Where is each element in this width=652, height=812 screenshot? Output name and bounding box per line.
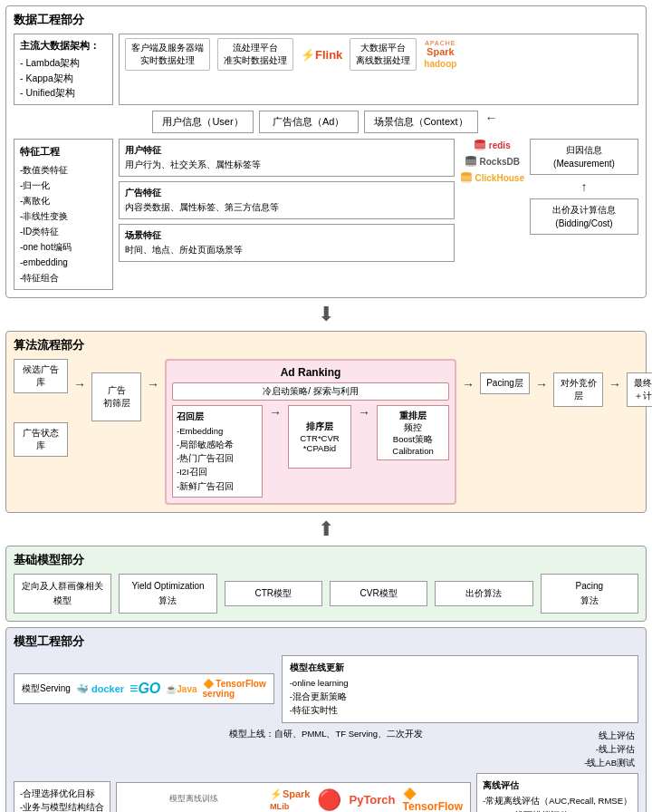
- arrow-rank-rerank: →: [358, 405, 370, 420]
- cold-start-bar: 冷启动策略/ 探索与利用: [172, 382, 449, 401]
- rocksdb-icon: RocksDB: [465, 155, 520, 168]
- model-box-pacing: Pacing算法: [541, 574, 638, 614]
- feature-eng-title: 特征工程: [20, 143, 107, 160]
- ranking-inner: 召回层 -Embedding -局部敏感哈希 -热门广告召回 -I2I召回 -新…: [172, 405, 449, 498]
- model-eng-mid: 模型上线：自研、PMML、TF Serving、二次开发 线上评估 -线上评估 …: [14, 729, 638, 770]
- recall-item-1: -Embedding: [177, 424, 258, 438]
- feature-engineering-box: 特征工程 -数值类特征 -归一化 -离散化 -非线性变换 -ID类特征 -one…: [14, 139, 113, 290]
- feat-item-1: -数值类特征: [20, 162, 107, 178]
- model-box-cvr: CVR模型: [330, 581, 427, 606]
- offline-train-label: 模型离线训练: [124, 793, 263, 805]
- model-eng-bottom: -合理选择优化目标 -业务与模型结构结合 模型离线训练 ⚡SparkMLib 🔴…: [14, 773, 638, 812]
- feat-item-7: -embedding: [20, 255, 107, 270]
- main-container: 数据工程部分 主流大数据架构： - Lambda架构 - Kappa架构 - U…: [0, 0, 652, 812]
- rerank-item-3: Calibration: [381, 446, 445, 456]
- arch-item-1: - Lambda架构: [20, 55, 107, 71]
- data-eng-bottom-row: 特征工程 -数值类特征 -归一化 -离散化 -非线性变换 -ID类特征 -one…: [14, 139, 638, 290]
- arrow-to-algo: ⬇: [5, 304, 647, 324]
- ad-feat-box: 广告特征 内容类数据、属性标签、第三方信息等: [119, 181, 455, 219]
- recall-item-2: -局部敏感哈希: [177, 438, 258, 451]
- online-update-item3: -特征实时性: [290, 703, 630, 717]
- measurement-text: 归因信息(Measurement): [538, 143, 630, 170]
- section-data-engineering: 数据工程部分 主流大数据架构： - Lambda架构 - Kappa架构 - U…: [5, 5, 647, 298]
- bidding-cost-box: 出价及计算信息(Bidding/Cost): [530, 198, 638, 235]
- ad-feat-label: 广告特征: [125, 188, 161, 198]
- pacing-box: Pacing层: [480, 372, 530, 394]
- recall-item-3: -热门广告召回: [177, 451, 258, 465]
- online-update-title: 模型在线更新: [290, 661, 630, 674]
- bigdata-item: 大数据平台离线数据处理: [350, 38, 417, 71]
- arrow-to-final: →: [609, 359, 621, 392]
- bidding-cost-text: 出价及计算信息(Bidding/Cost): [538, 203, 630, 230]
- online-eval-item1: -线上评估: [596, 742, 635, 756]
- section-data-eng-title: 数据工程部分: [14, 12, 638, 28]
- feat-item-8: -特征组合: [20, 270, 107, 285]
- arrow-recall-rank: →: [269, 405, 282, 420]
- online-update-item1: -online learning: [290, 676, 630, 690]
- model-inner: 定向及人群画像相关模型 Yield Optimization 算法 CTR模型 …: [14, 574, 638, 614]
- arrow-to-bidding: →: [535, 359, 548, 392]
- arrow-down-1: ↑: [532, 179, 637, 194]
- user-feat-desc: 用户行为、社交关系、属性标签等: [125, 160, 261, 169]
- client-server-item: 客户端及服务器端实时数据处理: [125, 38, 210, 71]
- java-logo: ☕Java: [166, 684, 197, 694]
- left-items-box: -合理选择优化目标 -业务与模型结构结合: [14, 781, 110, 812]
- rocksdb-label: RocksDB: [480, 157, 520, 167]
- clickhouse-icon: ClickHouse: [460, 171, 524, 184]
- feat-item-3: -离散化: [20, 193, 107, 208]
- rerank-item-2: Boost策略: [381, 434, 445, 446]
- pytorch-icon: 🔴: [317, 788, 341, 812]
- section-base-model: 基础模型部分 定向及人群画像相关模型 Yield Optimization 算法…: [5, 546, 647, 622]
- rerank-title: 重排层: [381, 410, 445, 422]
- user-feat-box: 用户特征 用户行为、社交关系、属性标签等: [119, 139, 455, 177]
- offline-train-box: 模型离线训练 ⚡SparkMLib 🔴 PyTorch 🔶 TensorFlow: [116, 782, 471, 812]
- rocksdb-svg: [465, 155, 477, 168]
- redis-icon: redis: [474, 139, 511, 151]
- ad-info-box: 广告信息（Ad）: [259, 111, 359, 133]
- serving-box: 模型Serving 🐳 docker ≡GO ☕Java 🔶 TensorFlo…: [14, 673, 274, 704]
- recall-item-4: -I2I召回: [177, 465, 258, 478]
- offline-eval-item1: -常规离线评估（AUC,Recall, RMSE）: [483, 794, 632, 807]
- redis-svg: [474, 139, 486, 151]
- scene-feat-label: 场景特征: [125, 230, 161, 240]
- model-box-ctr: CTR模型: [225, 581, 322, 606]
- feat-item-2: -归一化: [20, 178, 107, 193]
- final-box: 最终投放＋计费层: [627, 372, 652, 407]
- pipeline-row-1: 客户端及服务器端实时数据处理 流处理平台准实时数据处理 ⚡Flink 大数据平台…: [125, 38, 632, 71]
- clickhouse-label: ClickHouse: [475, 173, 524, 183]
- go-logo: ≡GO: [129, 681, 160, 697]
- clickhouse-svg: [460, 171, 473, 184]
- streaming-item: 流处理平台准实时数据处理: [217, 38, 293, 71]
- svg-point-8: [461, 172, 472, 176]
- apache-text: APACHE: [425, 40, 455, 46]
- svg-point-2: [475, 140, 485, 143]
- rank-item-1: CTR*CVR: [294, 433, 345, 443]
- flink-logo: ⚡Flink: [301, 48, 342, 62]
- ad-feat-desc: 内容类数据、属性标签、第三方信息等: [125, 202, 279, 212]
- yield-opt-algo: 算法: [125, 594, 210, 608]
- arrow-to-ranking: →: [147, 359, 159, 392]
- ad-ranking-wrapper: Ad Ranking 冷启动策略/ 探索与利用 召回层 -Embedding -…: [165, 359, 456, 505]
- spark-hadoop-logos: APACHE Spark hadoop: [424, 40, 456, 69]
- pytorch-logo: PyTorch: [349, 793, 395, 807]
- section-algo-title: 算法流程部分: [14, 337, 638, 353]
- section-algorithm: 算法流程部分 候选广告库 广告状态库 → 广告初筛层 → Ad Ranking …: [5, 331, 647, 513]
- recall-item-5: -新鲜广告召回: [177, 479, 258, 493]
- yield-optimization-box: Yield Optimization 算法: [119, 574, 216, 614]
- right-info-boxes: 归因信息(Measurement) ↑ 出价及计算信息(Bidding/Cost…: [530, 139, 638, 235]
- arrow-to-pacing: →: [462, 359, 475, 392]
- ad-state-box: 广告状态库: [14, 422, 68, 457]
- online-eval-box: 线上评估 -线上评估 -线上AB测试: [479, 729, 639, 770]
- svg-point-5: [465, 156, 476, 160]
- arrow-to-prefilter: →: [73, 359, 86, 392]
- section-model-engineering: 模型工程部分 模型Serving 🐳 docker ≡GO ☕Java 🔶 Te…: [5, 627, 647, 812]
- bidding-box: 对外竞价层: [553, 372, 603, 407]
- yield-opt-label: Yield Optimization: [125, 579, 210, 594]
- ad-library-box: 候选广告库: [14, 359, 68, 393]
- online-eval-item2: -线上AB测试: [584, 756, 635, 769]
- feature-content: 用户特征 用户行为、社交关系、属性标签等 广告特征 内容类数据、属性标签、第三方…: [119, 139, 455, 262]
- online-update-box: 模型在线更新 -online learning -混合更新策略 -特征实时性: [282, 655, 638, 723]
- rank-title: 排序层: [294, 420, 345, 433]
- redis-label: redis: [489, 140, 511, 150]
- db-icons: redis RocksDB ClickHouse: [460, 139, 524, 184]
